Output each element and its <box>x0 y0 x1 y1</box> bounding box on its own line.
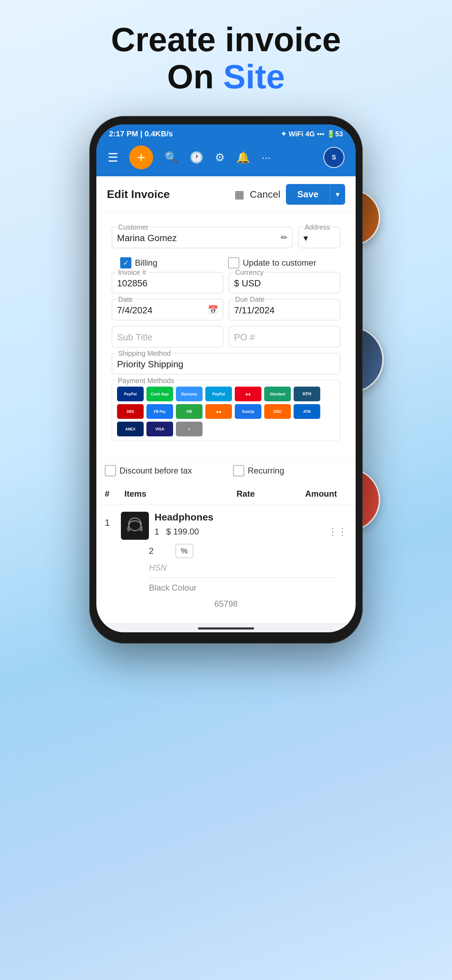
item-thumbnail <box>121 512 149 540</box>
po-field: PO # <box>229 326 340 347</box>
history-icon[interactable]: 🕐 <box>189 151 204 164</box>
item-percent-box[interactable]: % <box>175 544 193 558</box>
form-section-main: Customer Marina Gomez ✏ Address ▾ <box>103 218 349 452</box>
subtitle-field: Sub Title <box>112 326 223 347</box>
item-discount-row: 2 % <box>149 544 347 558</box>
edit-icon: ✏ <box>281 233 288 243</box>
phone-mockup: 📱 💻 📲 2:17 PM | 0.4KB/s ✦ WiFi 4G ▪▪▪ 🔋5… <box>89 116 363 644</box>
search-icon[interactable]: 🔍 <box>164 151 178 164</box>
svg-point-0 <box>129 518 141 531</box>
save-button-group: Save ▾ <box>286 184 345 205</box>
save-button[interactable]: Save <box>286 184 330 205</box>
subtitle-input[interactable]: Sub Title <box>112 326 223 347</box>
address-label: Address <box>303 223 331 231</box>
payment-method-icon[interactable]: VISA <box>146 422 173 436</box>
date-label: Date <box>117 296 134 304</box>
item-number: 1 <box>105 512 115 528</box>
payment-method-icon[interactable]: Razorpay <box>176 387 202 401</box>
items-table-header: # Items Rate Amount <box>96 483 356 505</box>
shipping-field: Shipping Method Priority Shipping <box>112 353 340 374</box>
payment-method-icon[interactable]: ●● <box>235 387 261 401</box>
customer-field: Customer Marina Gomez ✏ <box>112 227 293 248</box>
date-row: Date 7/4/2024 📅 Due Date 7/11/2024 <box>112 299 340 320</box>
payment-method-icon[interactable]: DBS <box>117 404 144 419</box>
recurring-checkbox[interactable] <box>233 465 244 476</box>
col-amount-header: Amount <box>305 489 347 499</box>
avatar[interactable]: S <box>323 147 344 168</box>
payment-method-icon[interactable]: Cash App <box>146 387 173 401</box>
payment-icons-row: PayPalCash AppRazorpayPayPal●●StandardKF… <box>117 387 335 436</box>
payment-method-icon[interactable]: KFH <box>294 387 320 401</box>
item-sku: 65798 <box>105 595 347 616</box>
signal-icon: ▪▪▪ <box>317 130 324 138</box>
payment-method-icon[interactable]: AMEX <box>117 422 144 436</box>
item-divider <box>149 578 339 578</box>
status-time: 2:17 PM | 0.4KB/s <box>109 129 173 138</box>
item-discount-qty: 2 <box>149 546 170 556</box>
hero-line2-site: Site <box>223 58 285 95</box>
payment-method-icon[interactable]: FIB <box>176 404 202 419</box>
calendar-icon: 📅 <box>208 305 218 315</box>
col-num-header: # <box>105 489 119 499</box>
payment-method-icon[interactable]: FB Pay <box>146 404 173 419</box>
edit-invoice-header: Edit Invoice ▦ Cancel Save ▾ <box>96 176 356 213</box>
hero-section: Create invoice On Site <box>111 21 341 95</box>
payment-method-icon[interactable]: PayPal <box>205 387 232 401</box>
hamburger-menu-button[interactable]: ☰ <box>108 150 118 164</box>
recurring-label: Recurring <box>248 466 284 476</box>
more-icon[interactable]: ··· <box>261 151 271 164</box>
item-hsn: HSN <box>149 563 347 573</box>
po-input[interactable]: PO # <box>229 326 340 347</box>
payment-method-icon[interactable]: Standard <box>264 387 291 401</box>
recurring-item: Recurring <box>233 465 347 476</box>
save-dropdown-button[interactable]: ▾ <box>330 184 345 205</box>
payment-method-icon[interactable]: ATM <box>294 404 320 419</box>
network-icon: 4G <box>306 130 315 138</box>
headphones-image <box>124 514 146 537</box>
payment-method-icon[interactable]: PayPal <box>117 387 144 401</box>
customer-label: Customer <box>117 223 150 231</box>
billing-label: Billing <box>135 258 157 268</box>
page-title: Edit Invoice <box>107 188 170 201</box>
customer-value: Marina Gomez <box>117 233 177 243</box>
home-bar <box>198 627 254 630</box>
payment-methods-section: Payment Methods PayPalCash AppRazorpayPa… <box>112 380 340 441</box>
bell-icon[interactable]: 🔔 <box>236 151 250 164</box>
percent-icon: % <box>181 546 188 555</box>
phone-frame: 2:17 PM | 0.4KB/s ✦ WiFi 4G ▪▪▪ 🔋53 ☰ + … <box>89 116 363 644</box>
address-field: Address ▾ <box>298 227 340 248</box>
billing-checkbox[interactable]: ✓ <box>120 257 131 269</box>
item-qty: 1 <box>154 527 159 537</box>
cancel-button[interactable]: Cancel <box>250 189 280 200</box>
payment-method-icon[interactable]: › <box>176 422 202 436</box>
settings-icon[interactable]: ⚙ <box>215 151 225 164</box>
discount-checkbox[interactable] <box>105 465 116 476</box>
item-details: Headphones 1 $ 199.00 ⋮⋮ <box>154 512 347 537</box>
invoice-currency-row: Invoice # 102856 Currency $ USD <box>112 272 340 293</box>
top-navigation: ☰ + 🔍 🕐 ⚙ 🔔 ··· S <box>96 142 356 176</box>
payment-method-icon[interactable]: DISC <box>264 404 291 419</box>
barcode-icon: ▦ <box>234 188 244 200</box>
address-dropdown-icon: ▾ <box>304 233 308 243</box>
hero-line1: Create invoice <box>111 21 341 58</box>
update-customer-checkbox[interactable] <box>228 257 239 269</box>
item-options-button[interactable]: ⋮⋮ <box>328 526 347 537</box>
table-row: 1 Headphones 1 <box>96 505 356 623</box>
item-name: Headphones <box>154 512 347 523</box>
payment-method-icon[interactable]: ●● <box>205 404 232 419</box>
wifi-icon: WiFi <box>289 130 304 138</box>
header-actions: ▦ Cancel Save ▾ <box>234 184 345 205</box>
update-customer-label: Update to customer <box>243 258 316 268</box>
payment-method-icon[interactable]: SumUp <box>235 404 261 419</box>
discount-recurring-row: Discount before tax Recurring <box>96 458 356 483</box>
col-items-header: Items <box>124 489 231 499</box>
customer-row: Customer Marina Gomez ✏ Address ▾ <box>112 227 340 248</box>
item-color: Black Colour <box>149 583 347 593</box>
add-button[interactable]: + <box>129 145 153 169</box>
status-bar-right: ✦ WiFi 4G ▪▪▪ 🔋53 <box>281 130 343 138</box>
shipping-label: Shipping Method <box>117 350 172 358</box>
update-customer-checkbox-item: Update to customer <box>228 257 332 269</box>
payment-methods-label: Payment Methods <box>116 377 175 385</box>
item-top-row: 1 Headphones 1 <box>105 512 347 540</box>
invoice-num-field: Invoice # 102856 <box>112 272 223 293</box>
